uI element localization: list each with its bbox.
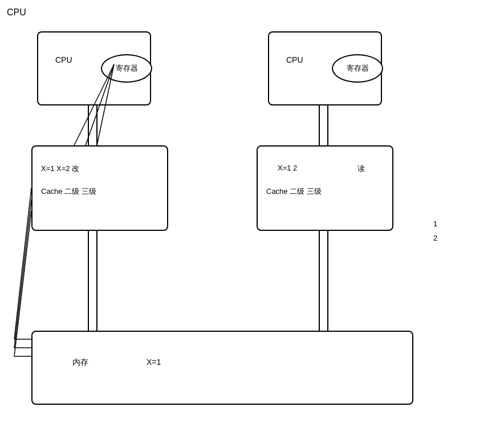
memory-box: 内存 X=1 <box>31 331 413 405</box>
cache-left-line1: X=1 X=2 改 <box>41 164 79 174</box>
cache-right-line1: X=1 2 <box>278 164 297 172</box>
svg-line-11 <box>14 188 31 339</box>
page-title: CPU <box>7 7 26 18</box>
memory-value: X=1 <box>147 357 161 367</box>
cache-left-box: X=1 X=2 改 Cache 二级 三级 <box>31 145 168 231</box>
cpu-right-label: CPU <box>286 55 303 64</box>
cache-right-box: X=1 2 读 Cache 二级 三级 <box>257 145 393 231</box>
side-label-1: 1 <box>433 219 437 228</box>
cpu-left-box: CPU 寄存器 <box>37 31 151 105</box>
svg-line-13 <box>14 211 31 356</box>
register-right: 寄存器 <box>332 54 383 83</box>
register-left: 寄存器 <box>101 54 152 83</box>
cache-right-line2: Cache 二级 三级 <box>266 186 322 197</box>
memory-label: 内存 <box>72 357 88 368</box>
cpu-left-label: CPU <box>55 55 72 64</box>
cache-right-read: 读 <box>357 164 365 174</box>
svg-line-12 <box>14 200 31 348</box>
cpu-right-box: CPU 寄存器 <box>268 31 382 105</box>
cache-left-line2: Cache 二级 三级 <box>41 186 96 197</box>
side-label-2: 2 <box>433 234 437 242</box>
